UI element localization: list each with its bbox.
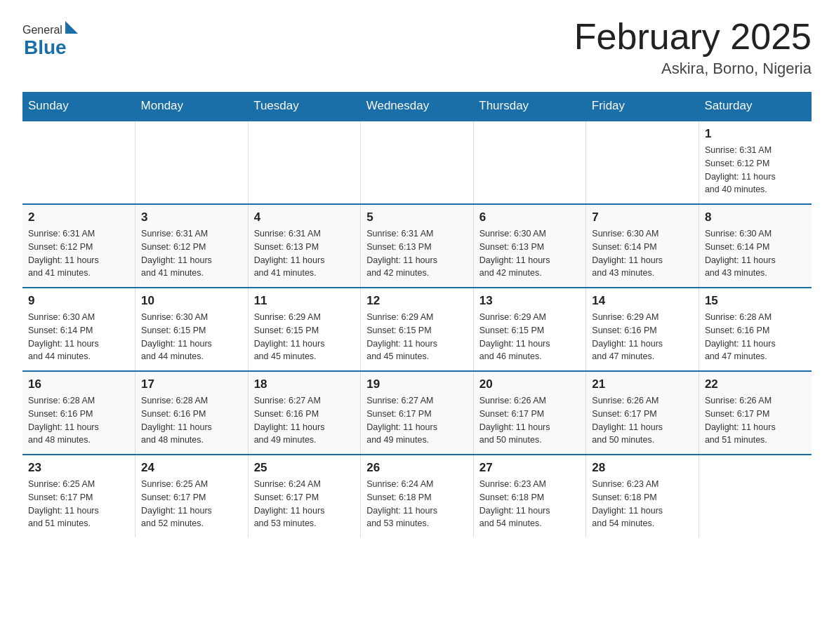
calendar-day-cell: 14Sunrise: 6:29 AMSunset: 6:16 PMDayligh… — [586, 288, 699, 371]
day-info: Sunrise: 6:29 AMSunset: 6:15 PMDaylight:… — [479, 311, 581, 363]
day-number: 12 — [366, 294, 468, 308]
logo: General Blue — [22, 17, 78, 59]
day-info: Sunrise: 6:30 AMSunset: 6:13 PMDaylight:… — [479, 227, 581, 280]
header-wednesday: Wednesday — [361, 92, 474, 121]
calendar-day-cell: 25Sunrise: 6:24 AMSunset: 6:17 PMDayligh… — [248, 455, 361, 537]
calendar-day-cell — [699, 455, 812, 537]
calendar-day-cell: 13Sunrise: 6:29 AMSunset: 6:15 PMDayligh… — [473, 288, 586, 371]
logo-blue-text: Blue — [24, 36, 67, 59]
calendar-day-cell: 23Sunrise: 6:25 AMSunset: 6:17 PMDayligh… — [22, 455, 135, 537]
calendar-day-cell: 18Sunrise: 6:27 AMSunset: 6:16 PMDayligh… — [248, 371, 361, 455]
calendar-day-cell: 5Sunrise: 6:31 AMSunset: 6:13 PMDaylight… — [361, 204, 474, 288]
calendar-day-cell: 1Sunrise: 6:31 AMSunset: 6:12 PMDaylight… — [699, 121, 812, 204]
header-saturday: Saturday — [699, 92, 812, 121]
calendar-day-cell — [473, 121, 586, 204]
day-info: Sunrise: 6:30 AMSunset: 6:14 PMDaylight:… — [28, 311, 129, 363]
header-friday: Friday — [586, 92, 699, 121]
day-number: 10 — [141, 294, 242, 308]
calendar-week-row: 9Sunrise: 6:30 AMSunset: 6:14 PMDaylight… — [22, 288, 812, 371]
calendar-day-cell: 28Sunrise: 6:23 AMSunset: 6:18 PMDayligh… — [586, 455, 699, 537]
day-info: Sunrise: 6:27 AMSunset: 6:17 PMDaylight:… — [366, 394, 468, 447]
day-info: Sunrise: 6:28 AMSunset: 6:16 PMDaylight:… — [705, 311, 806, 363]
day-number: 7 — [592, 210, 693, 224]
day-info: Sunrise: 6:31 AMSunset: 6:13 PMDaylight:… — [366, 227, 468, 280]
calendar-body: 1Sunrise: 6:31 AMSunset: 6:12 PMDaylight… — [22, 121, 812, 537]
header-sunday: Sunday — [22, 92, 135, 121]
calendar-day-cell: 9Sunrise: 6:30 AMSunset: 6:14 PMDaylight… — [22, 288, 135, 371]
calendar-day-cell: 3Sunrise: 6:31 AMSunset: 6:12 PMDaylight… — [135, 204, 249, 288]
month-title: February 2025 — [574, 17, 812, 57]
location-text: Askira, Borno, Nigeria — [574, 60, 812, 78]
title-section: February 2025 Askira, Borno, Nigeria — [574, 17, 812, 78]
calendar-day-cell: 26Sunrise: 6:24 AMSunset: 6:18 PMDayligh… — [361, 455, 474, 537]
day-info: Sunrise: 6:31 AMSunset: 6:13 PMDaylight:… — [254, 227, 355, 280]
day-info: Sunrise: 6:24 AMSunset: 6:17 PMDaylight:… — [254, 478, 355, 530]
day-number: 2 — [28, 210, 129, 224]
day-number: 5 — [366, 210, 468, 224]
day-info: Sunrise: 6:25 AMSunset: 6:17 PMDaylight:… — [28, 478, 129, 530]
day-number: 26 — [366, 461, 468, 475]
day-number: 24 — [141, 461, 242, 475]
calendar-day-cell — [361, 121, 474, 204]
calendar-day-cell: 8Sunrise: 6:30 AMSunset: 6:14 PMDaylight… — [699, 204, 812, 288]
calendar-day-cell: 6Sunrise: 6:30 AMSunset: 6:13 PMDaylight… — [473, 204, 586, 288]
day-number: 22 — [705, 377, 806, 391]
day-info: Sunrise: 6:26 AMSunset: 6:17 PMDaylight:… — [705, 394, 806, 447]
day-info: Sunrise: 6:24 AMSunset: 6:18 PMDaylight:… — [366, 478, 468, 530]
day-number: 19 — [366, 377, 468, 391]
day-number: 11 — [254, 294, 355, 308]
calendar-week-row: 16Sunrise: 6:28 AMSunset: 6:16 PMDayligh… — [22, 371, 812, 455]
day-info: Sunrise: 6:30 AMSunset: 6:15 PMDaylight:… — [141, 311, 242, 363]
calendar-day-cell: 7Sunrise: 6:30 AMSunset: 6:14 PMDaylight… — [586, 204, 699, 288]
calendar-day-cell — [135, 121, 249, 204]
calendar-day-cell: 27Sunrise: 6:23 AMSunset: 6:18 PMDayligh… — [473, 455, 586, 537]
header-thursday: Thursday — [473, 92, 586, 121]
logo-arrow-icon — [65, 21, 78, 34]
header-tuesday: Tuesday — [248, 92, 361, 121]
page-header: General Blue February 2025 Askira, Borno… — [22, 17, 812, 78]
calendar-day-cell: 24Sunrise: 6:25 AMSunset: 6:17 PMDayligh… — [135, 455, 249, 537]
day-info: Sunrise: 6:25 AMSunset: 6:17 PMDaylight:… — [141, 478, 242, 530]
day-info: Sunrise: 6:23 AMSunset: 6:18 PMDaylight:… — [479, 478, 581, 530]
calendar-day-cell: 15Sunrise: 6:28 AMSunset: 6:16 PMDayligh… — [699, 288, 812, 371]
weekday-header-row: Sunday Monday Tuesday Wednesday Thursday… — [22, 92, 812, 121]
calendar-day-cell — [22, 121, 135, 204]
day-info: Sunrise: 6:28 AMSunset: 6:16 PMDaylight:… — [141, 394, 242, 447]
day-number: 25 — [254, 461, 355, 475]
day-info: Sunrise: 6:31 AMSunset: 6:12 PMDaylight:… — [28, 227, 129, 280]
calendar-day-cell: 2Sunrise: 6:31 AMSunset: 6:12 PMDaylight… — [22, 204, 135, 288]
day-number: 17 — [141, 377, 242, 391]
calendar-week-row: 23Sunrise: 6:25 AMSunset: 6:17 PMDayligh… — [22, 455, 812, 537]
day-info: Sunrise: 6:29 AMSunset: 6:15 PMDaylight:… — [254, 311, 355, 363]
calendar-week-row: 1Sunrise: 6:31 AMSunset: 6:12 PMDaylight… — [22, 121, 812, 204]
day-info: Sunrise: 6:29 AMSunset: 6:16 PMDaylight:… — [592, 311, 693, 363]
calendar-day-cell: 19Sunrise: 6:27 AMSunset: 6:17 PMDayligh… — [361, 371, 474, 455]
day-number: 28 — [592, 461, 693, 475]
day-info: Sunrise: 6:26 AMSunset: 6:17 PMDaylight:… — [592, 394, 693, 447]
day-info: Sunrise: 6:26 AMSunset: 6:17 PMDaylight:… — [479, 394, 581, 447]
day-number: 9 — [28, 294, 129, 308]
calendar-day-cell: 17Sunrise: 6:28 AMSunset: 6:16 PMDayligh… — [135, 371, 249, 455]
day-number: 21 — [592, 377, 693, 391]
day-info: Sunrise: 6:31 AMSunset: 6:12 PMDaylight:… — [705, 144, 806, 196]
calendar-day-cell: 11Sunrise: 6:29 AMSunset: 6:15 PMDayligh… — [248, 288, 361, 371]
day-info: Sunrise: 6:27 AMSunset: 6:16 PMDaylight:… — [254, 394, 355, 447]
day-number: 16 — [28, 377, 129, 391]
day-number: 4 — [254, 210, 355, 224]
day-number: 18 — [254, 377, 355, 391]
calendar-day-cell: 12Sunrise: 6:29 AMSunset: 6:15 PMDayligh… — [361, 288, 474, 371]
day-info: Sunrise: 6:23 AMSunset: 6:18 PMDaylight:… — [592, 478, 693, 530]
day-info: Sunrise: 6:31 AMSunset: 6:12 PMDaylight:… — [141, 227, 242, 280]
calendar-table: Sunday Monday Tuesday Wednesday Thursday… — [22, 92, 812, 537]
calendar-day-cell: 10Sunrise: 6:30 AMSunset: 6:15 PMDayligh… — [135, 288, 249, 371]
calendar-day-cell: 16Sunrise: 6:28 AMSunset: 6:16 PMDayligh… — [22, 371, 135, 455]
day-number: 6 — [479, 210, 581, 224]
calendar-day-cell: 21Sunrise: 6:26 AMSunset: 6:17 PMDayligh… — [586, 371, 699, 455]
calendar-day-cell — [248, 121, 361, 204]
day-number: 13 — [479, 294, 581, 308]
day-info: Sunrise: 6:29 AMSunset: 6:15 PMDaylight:… — [366, 311, 468, 363]
day-number: 15 — [705, 294, 806, 308]
calendar-day-cell: 20Sunrise: 6:26 AMSunset: 6:17 PMDayligh… — [473, 371, 586, 455]
day-number: 14 — [592, 294, 693, 308]
day-number: 23 — [28, 461, 129, 475]
